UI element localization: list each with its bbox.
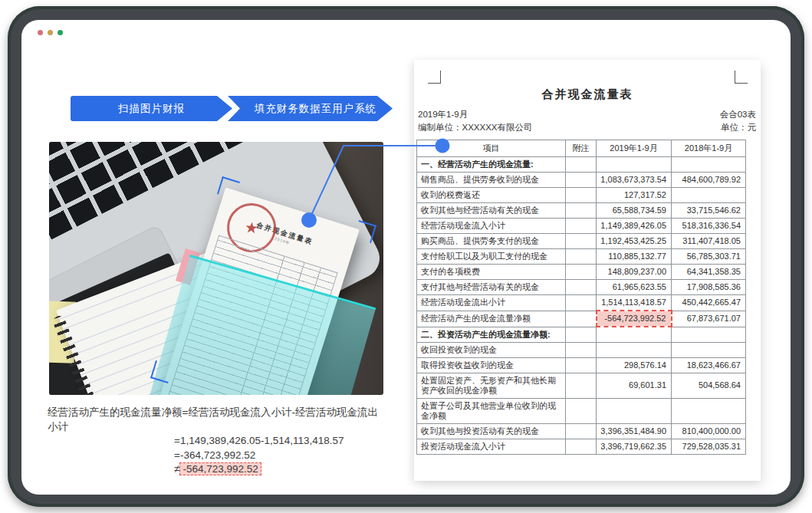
cell-v2018 <box>672 188 746 203</box>
flow-step-scan: 扫描图片财报 <box>71 96 232 121</box>
cell-v2019: 61,965,623.55 <box>597 280 672 295</box>
cell-note <box>566 327 597 342</box>
verification-formula: 经营活动产生的现金流量净额=经营活动现金流入小计-经营活动现金流出小计 =1,1… <box>48 406 385 477</box>
sheet-meta-row-1: 2019年1-9月 会合03表 <box>418 109 756 120</box>
cell-note <box>566 188 597 203</box>
cell-note <box>566 280 597 295</box>
cell-v2018: 18,623,466.67 <box>672 357 746 373</box>
table-row: 销售商品、提供劳务收到的现金1,083,673,373.54484,600,78… <box>417 173 746 188</box>
cell-item: 投资活动现金流入小计 <box>417 439 566 454</box>
cell-v2018 <box>672 342 746 357</box>
app-window: 扫描图片财报 填充财务数据至用户系统 ★ 合并现金流量表 2019年 经营活动 <box>0 0 812 513</box>
cell-note <box>566 398 597 423</box>
cell-v2018 <box>672 157 746 173</box>
sheet-prepared-by: 编制单位：XXXXXX有限公司 <box>418 122 533 133</box>
cell-v2019: 69,601.31 <box>597 373 672 398</box>
cell-v2018: 311,407,418.05 <box>672 234 746 249</box>
cell-item: 收回投资收到的现金 <box>417 342 566 357</box>
cell-note <box>566 234 597 249</box>
formula-line-2: =1,149,389,426.05-1,514,113,418.57 <box>174 434 385 449</box>
formula-line-4: ≠-564,723,992.52 <box>174 462 385 477</box>
table-row: 处置子公司及其他营业单位收到的现金净额 <box>417 398 746 423</box>
stamp-star-glyph: ★ <box>244 218 259 238</box>
table-row: 经营活动现金流入小计1,149,389,426.05518,316,336.54 <box>417 219 746 234</box>
cell-v2019: 1,514,113,418.57 <box>597 295 672 311</box>
cell-v2019: 127,317.52 <box>597 188 672 203</box>
cashflow-table-body: 一、经营活动产生的现金流量:销售商品、提供劳务收到的现金1,083,673,37… <box>417 157 746 455</box>
cell-v2019 <box>597 398 672 423</box>
cell-note <box>566 173 597 188</box>
cell-v2018: 484,600,789.92 <box>672 173 746 188</box>
cell-v2019 <box>597 342 672 357</box>
cell-note <box>566 439 597 454</box>
sheet-period: 2019年1-9月 <box>418 109 468 120</box>
table-row: 购买商品、提供劳务支付的现金1,192,453,425.25311,407,41… <box>417 234 746 249</box>
cell-v2019: 110,885,132.77 <box>597 249 672 265</box>
formula-line-1: 经营活动产生的现金流量净额=经营活动现金流入小计-经营活动现金流出小计 <box>48 406 385 434</box>
cell-v2019: 1,192,453,425.25 <box>597 234 672 249</box>
cell-item: 二、投资活动产生的现金流量净额: <box>417 327 566 342</box>
cell-item: 取得投资收益收到的现金 <box>417 357 566 373</box>
cell-item: 收到其他与投资活动有关的现金 <box>417 423 566 439</box>
cell-item: 支付其他与经营活动有关的现金 <box>417 280 566 295</box>
maximize-button-icon[interactable] <box>58 30 63 35</box>
cell-note <box>566 203 597 219</box>
table-row: 投资活动现金流入小计3,396,719,662.35729,528,035.31 <box>417 439 746 454</box>
cell-v2018: 450,442,665.47 <box>672 295 746 311</box>
cell-v2019: 1,083,673,373.54 <box>597 173 672 188</box>
cell-v2019: 148,809,237.00 <box>597 265 672 280</box>
table-row: 处置固定资产、无形资产和其他长期资产收回的现金净额69,601.31504,56… <box>417 373 746 398</box>
cell-item: 经营活动现金流出小计 <box>417 295 566 311</box>
flow-step-fill-label: 填充财务数据至用户系统 <box>255 102 377 116</box>
cell-v2019: 3,396,351,484.90 <box>597 423 672 439</box>
cell-note <box>566 157 597 173</box>
cell-v2018: 729,528,035.31 <box>672 439 746 454</box>
table-row: 支付其他与经营活动有关的现金61,965,623.5517,908,585.36 <box>417 280 746 295</box>
cell-item: 经营活动现金流入小计 <box>417 219 566 234</box>
cashflow-table: 项目 附注 2019年1-9月 2018年1-9月 一、经营活动产生的现金流量:… <box>416 140 746 455</box>
col-header-2019: 2019年1-9月 <box>597 140 672 157</box>
crop-mark-right-icon <box>735 71 748 84</box>
cell-v2018: 504,568.64 <box>672 373 746 398</box>
table-row: 支付给职工以及为职工支付的现金110,885,132.7756,785,303.… <box>417 249 746 265</box>
cell-v2019: 298,576.14 <box>597 357 672 373</box>
col-header-item: 项目 <box>417 140 566 157</box>
cell-note <box>566 342 597 357</box>
cell-note <box>566 219 597 234</box>
cell-note <box>566 423 597 439</box>
cell-v2018: 33,715,546.62 <box>672 203 746 219</box>
sheet-unit: 单位：元 <box>721 122 756 133</box>
cell-item: 支付给职工以及为职工支付的现金 <box>417 249 566 265</box>
cashflow-sheet: 合并现金流量表 2019年1-9月 会合03表 编制单位：XXXXXX有限公司 … <box>414 60 761 481</box>
table-row: 取得投资收益收到的现金298,576.1418,623,466.67 <box>417 357 746 373</box>
col-header-note: 附注 <box>566 140 597 157</box>
table-row: 一、经营活动产生的现金流量: <box>417 157 746 173</box>
cell-v2019: -564,723,992.52 <box>597 311 672 327</box>
table-row: 经营活动产生的现金流量净额-564,723,992.5267,873,671.0… <box>417 311 746 327</box>
cell-item: 一、经营活动产生的现金流量: <box>417 157 566 173</box>
cell-v2019: 65,588,734.59 <box>597 203 672 219</box>
scan-photo: ★ 合并现金流量表 2019年 <box>49 142 383 395</box>
minimize-button-icon[interactable] <box>48 30 53 35</box>
cell-v2018: 810,400,000.00 <box>672 423 746 439</box>
table-row: 收回投资收到的现金 <box>417 342 746 357</box>
cell-item: 收到的税费返还 <box>417 188 566 203</box>
cell-v2019 <box>597 157 672 173</box>
cell-note <box>566 249 597 265</box>
cell-item: 处置子公司及其他营业单位收到的现金净额 <box>417 398 566 423</box>
col-header-2018: 2018年1-9月 <box>672 140 746 157</box>
cell-v2018: 17,908,585.36 <box>672 280 746 295</box>
cell-item: 处置固定资产、无形资产和其他长期资产收回的现金净额 <box>417 373 566 398</box>
cell-note <box>566 265 597 280</box>
close-button-icon[interactable] <box>38 30 43 35</box>
table-header-row: 项目 附注 2019年1-9月 2018年1-9月 <box>417 140 746 157</box>
cell-item: 经营活动产生的现金流量净额 <box>417 311 566 327</box>
sheet-title: 合并现金流量表 <box>414 87 761 102</box>
cell-v2018: 56,785,303.71 <box>672 249 746 265</box>
cell-v2019: 3,396,719,662.35 <box>597 439 672 454</box>
flow-step-fill: 填充财务数据至用户系统 <box>228 96 393 121</box>
cell-note <box>566 373 597 398</box>
cell-v2018 <box>672 327 746 342</box>
cell-v2018: 518,316,336.54 <box>672 219 746 234</box>
cell-note <box>566 357 597 373</box>
